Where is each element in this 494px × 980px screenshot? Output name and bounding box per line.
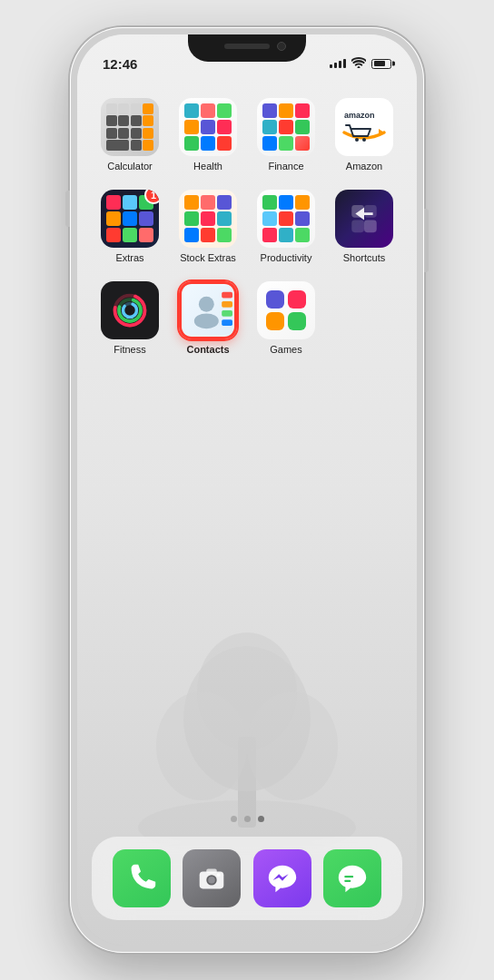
amazon-label: Amazon <box>346 161 382 172</box>
app-item-amazon[interactable]: amazon Amazon <box>331 98 397 172</box>
dock-camera[interactable] <box>183 849 241 907</box>
app-item-fitness[interactable]: Fitness <box>97 281 163 355</box>
page-dots <box>77 816 417 822</box>
app-item-finance[interactable]: Finance <box>253 98 319 172</box>
signal-bars <box>330 59 346 68</box>
app-item-extras[interactable]: 1 <box>97 190 163 263</box>
svg-rect-29 <box>207 869 217 874</box>
contacts-icon[interactable] <box>179 281 237 339</box>
wifi-icon <box>351 57 366 71</box>
svg-rect-10 <box>364 205 377 218</box>
svg-rect-20 <box>222 292 232 299</box>
battery-icon <box>371 59 391 69</box>
battery-fill <box>374 61 386 66</box>
finance-label: Finance <box>268 161 303 172</box>
app-grid: Calculator <box>77 80 417 816</box>
phone-screen: 12:46 <box>77 34 417 946</box>
svg-rect-21 <box>222 301 232 308</box>
app-row-2: 1 <box>97 190 397 263</box>
amazon-icon[interactable]: amazon <box>335 98 393 156</box>
app-item-stock-extras[interactable]: Stock Extras <box>175 190 241 263</box>
svg-point-28 <box>208 877 215 884</box>
fitness-icon[interactable] <box>101 281 159 339</box>
app-item-calculator[interactable]: Calculator <box>97 98 163 172</box>
svg-rect-22 <box>222 310 232 317</box>
app-row-3: Fitness <box>97 281 397 355</box>
extras-icon[interactable]: 1 <box>101 190 159 248</box>
calculator-icon[interactable] <box>101 98 159 156</box>
svg-point-30 <box>217 873 221 877</box>
shortcuts-icon[interactable] <box>335 190 393 248</box>
games-label: Games <box>270 344 301 355</box>
svg-point-18 <box>124 304 137 318</box>
svg-point-8 <box>362 138 366 142</box>
page-dot-2[interactable] <box>244 816 251 822</box>
app-item-productivity[interactable]: Productivity <box>253 190 319 263</box>
svg-rect-12 <box>364 220 377 232</box>
svg-point-24 <box>199 297 214 312</box>
calculator-label: Calculator <box>107 161 153 172</box>
page-dot-1[interactable] <box>231 816 237 822</box>
app-row-1: Calculator <box>97 98 397 172</box>
svg-rect-11 <box>351 220 364 232</box>
productivity-label: Productivity <box>261 252 312 263</box>
svg-text:amazon: amazon <box>344 111 375 120</box>
app-item-health[interactable]: Health <box>175 98 241 172</box>
speaker <box>224 44 270 49</box>
phone-frame: 12:46 <box>70 27 424 953</box>
stock-extras-label: Stock Extras <box>180 252 236 263</box>
dock-messenger[interactable] <box>253 849 311 907</box>
page-dot-3[interactable] <box>258 816 264 822</box>
status-time: 12:46 <box>103 56 137 72</box>
contacts-label: Contacts <box>186 344 229 355</box>
app-item-games[interactable]: Games <box>253 281 319 355</box>
svg-point-25 <box>194 313 219 328</box>
health-label: Health <box>193 161 222 172</box>
extras-label: Extras <box>115 252 143 263</box>
dock-messages[interactable] <box>323 849 381 907</box>
fitness-label: Fitness <box>114 344 145 355</box>
status-icons <box>330 57 391 71</box>
app-item-contacts[interactable]: Contacts <box>175 281 241 355</box>
dock <box>92 837 402 920</box>
screen-content: 12:46 <box>77 34 417 946</box>
stock-extras-icon[interactable] <box>179 190 237 248</box>
notch <box>188 34 306 62</box>
finance-icon[interactable] <box>257 98 315 156</box>
shortcuts-label: Shortcuts <box>343 252 385 263</box>
app-item-shortcuts[interactable]: Shortcuts <box>331 190 397 263</box>
front-camera <box>277 42 286 51</box>
svg-rect-23 <box>222 319 232 326</box>
productivity-icon[interactable] <box>257 190 315 248</box>
svg-point-7 <box>355 138 359 142</box>
games-icon[interactable] <box>257 281 315 339</box>
dock-phone[interactable] <box>113 849 171 907</box>
health-icon[interactable] <box>179 98 237 156</box>
